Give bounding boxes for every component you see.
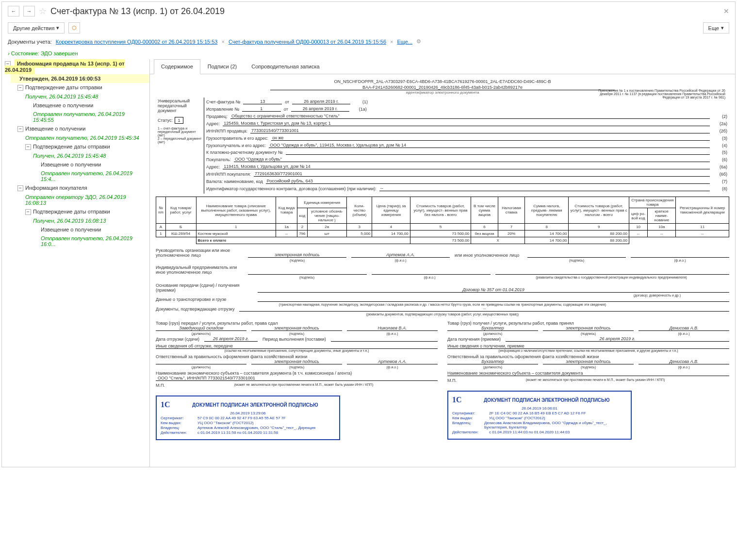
items-table: № п/п Код товара/ работ, услуг Наименова… — [156, 197, 729, 244]
signature-stamp-right: 1CДОКУМЕНТ ПОДПИСАН ЭЛЕКТРОННОЙ ПОДПИСЬЮ… — [447, 391, 632, 440]
chevron-down-icon: ▾ — [721, 25, 724, 31]
tree-node[interactable]: −Подтверждение даты отправки — [2, 83, 149, 92]
more-button[interactable]: Еще ▾ — [703, 22, 729, 33]
collapse-icon[interactable]: − — [17, 185, 23, 191]
tab-cover-note[interactable]: Сопроводительная записка — [244, 59, 327, 74]
linkbar-label: Документы учета: — [8, 39, 52, 45]
tree-root-status: Утвержден, 26.04.2019 16:00:53 — [11, 74, 149, 83]
edo-state-link[interactable]: Состояние: ЭДО завершен — [8, 50, 78, 56]
chevron-down-icon: ▾ — [56, 25, 59, 31]
collapse-icon[interactable]: − — [17, 126, 23, 132]
tab-content[interactable]: Содержимое — [154, 59, 200, 74]
status-box: 1 — [175, 117, 183, 124]
tree-node[interactable]: −Подтверждение даты отправки — [2, 207, 149, 216]
tree-node[interactable]: −Извещение о получении — [2, 124, 149, 133]
link-separator: × — [390, 39, 393, 45]
tree-node[interactable]: Извещение о получении — [2, 160, 149, 169]
collapse-icon[interactable]: − — [25, 209, 31, 215]
nav-back-button[interactable]: ← — [8, 6, 19, 16]
regulation-note: Приложение № 1 к постановлению Правитель… — [590, 89, 725, 99]
collapse-icon[interactable]: − — [25, 144, 31, 150]
document-preview: ON_NSCHFDOPPR_2AL-A7303297-E6CA-4BD6-A73… — [150, 74, 735, 467]
table-row: 1КШ-289/54Костюм мужской--796шт5,00014 7… — [156, 231, 729, 237]
tree-status: Отправлен получателю, 26.04.2019 15:4... — [2, 169, 149, 183]
doc-link-more[interactable]: Еще... — [397, 39, 412, 45]
tree-view-button[interactable]: ⬡ — [68, 22, 80, 33]
nav-forward-button[interactable]: → — [23, 6, 35, 16]
tree-status: Отправлен оператору ЭДО, 26.04.2019 16:0… — [2, 193, 149, 207]
doc-link-correction[interactable]: Корректировка поступления ОД00-000002 от… — [56, 39, 218, 45]
tree-status: Получен, 26.04.2019 16:08:13 — [2, 216, 149, 225]
tree-status: Получен, 26.04.2019 15:45:48 — [2, 92, 149, 101]
tree-status: Получен, 26.04.2019 15:45:48 — [2, 151, 149, 160]
tree-status: Отправлен получателю, 26.04.2019 16:0... — [2, 234, 149, 248]
tree-node[interactable]: −Подтверждение даты отправки — [2, 142, 149, 151]
tree-node[interactable]: Извещение о получении — [2, 101, 149, 110]
tree-node[interactable]: −Информация покупателя — [2, 183, 149, 193]
doc-link-invoice[interactable]: Счет-фактура полученный ОД00-000013 от 2… — [229, 39, 386, 45]
tab-signatures[interactable]: Подписи (2) — [200, 59, 244, 74]
link-separator: × — [221, 39, 224, 45]
favorite-star-icon[interactable]: ☆ — [39, 6, 47, 16]
tree-status: Отправлен получателю, 26.04.2019 15:45:3… — [2, 133, 149, 142]
gear-icon[interactable]: ⚙ — [416, 38, 421, 45]
page-title: Счет-фактура № 13 (испр. 1) от 26.04.201… — [50, 6, 720, 16]
tree-root[interactable]: − Информация продавца № 13 (испр. 1) от … — [2, 59, 149, 74]
tree-node[interactable]: Извещение о получении — [2, 225, 149, 234]
close-icon[interactable]: ✕ — [723, 7, 729, 15]
tree-status: Отправлен получателю, 26.04.2019 15:45:5… — [2, 110, 149, 124]
collapse-icon[interactable]: − — [17, 85, 23, 91]
hierarchy-icon: ⬡ — [72, 25, 77, 31]
signature-stamp-left: 1CДОКУМЕНТ ПОДПИСАН ЭЛЕКТРОННОЙ ПОДПИСЬЮ… — [156, 395, 340, 440]
doc-id-line: ON_NSCHFDOPPR_2AL-A7303297-E6CA-4BD6-A73… — [156, 79, 729, 84]
status-tree-sidebar: − Информация продавца № 13 (испр. 1) от … — [2, 59, 150, 467]
other-actions-button[interactable]: Другие действия ▾ — [8, 22, 65, 33]
